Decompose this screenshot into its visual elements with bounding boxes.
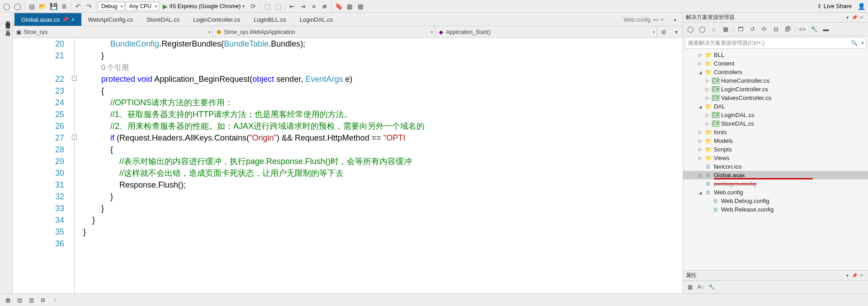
close-icon[interactable]: × <box>858 15 865 20</box>
tree-arrow-icon[interactable] <box>705 87 710 92</box>
config-dropdown[interactable]: Debug <box>98 2 125 11</box>
tree-node[interactable]: C#ValuesController.cs <box>683 94 868 102</box>
code-content[interactable]: BundleConfig.RegisterBundles(BundleTable… <box>83 38 683 293</box>
sync-icon[interactable]: ▦ <box>720 24 731 35</box>
code-line[interactable]: //2、用来检查服务器的性能。如：AJAX进行跨域请求时的预检，需要向另外一个域… <box>83 120 683 132</box>
tree-node[interactable]: 📁BLL <box>683 51 868 59</box>
toolbox-tab[interactable]: 工具箱 <box>0 24 12 31</box>
tree-arrow-icon[interactable] <box>698 61 703 66</box>
tree-node[interactable]: 🗎Web.Release.config <box>683 205 868 214</box>
tree-arrow-icon[interactable] <box>705 113 710 118</box>
comment-icon[interactable]: ≡ <box>309 1 319 11</box>
tool-icon[interactable]: ⬚ <box>273 1 283 11</box>
save-all-icon[interactable]: 🗎 <box>59 1 69 11</box>
tree-node[interactable]: 📁Scripts <box>683 145 868 154</box>
nav-back-icon[interactable]: ◯ <box>2 1 12 11</box>
bookmark-icon[interactable]: 🔖 <box>334 1 344 11</box>
tree-node[interactable]: 📁Content <box>683 59 868 68</box>
tree-arrow-icon[interactable] <box>698 130 703 135</box>
tree-arrow-icon[interactable] <box>698 190 703 195</box>
wrench-icon[interactable]: 🔧 <box>809 24 820 35</box>
panel-dropdown-icon[interactable]: ▾ <box>844 15 851 20</box>
tree-node[interactable]: C#StoreDAL.cs <box>683 119 868 128</box>
document-tab[interactable]: LoginController.cs <box>186 13 247 26</box>
tree-node[interactable]: 📁DAL <box>683 102 868 111</box>
code-line[interactable]: //表示对输出的内容进行缓冲，执行page.Response.Flush()时，… <box>83 155 683 167</box>
save-icon[interactable]: 💾 <box>48 1 58 11</box>
refresh-icon[interactable]: ⟳ <box>759 24 769 35</box>
indent-icon[interactable]: ⇤ <box>287 1 297 11</box>
run-button[interactable]: ▶ IIS Express (Google Chrome) ▾ <box>160 1 247 11</box>
code-line[interactable]: protected void Application_BeginRequest(… <box>83 73 683 85</box>
tree-node[interactable]: 📁Controllers <box>683 68 868 76</box>
class-combo[interactable]: ⬢ Stroe_sys.WebApiApplication <box>213 26 435 38</box>
tabs-dropdown-icon[interactable]: ▾ <box>670 15 680 25</box>
tree-arrow-icon[interactable] <box>698 173 703 178</box>
prop-icon[interactable]: 🔧 <box>707 282 717 292</box>
show-all-icon[interactable]: ↺ <box>747 24 758 35</box>
tree-arrow-icon[interactable] <box>698 70 703 75</box>
collapse-toggle-icon[interactable]: − <box>72 135 77 140</box>
properties-icon[interactable]: <> <box>797 24 808 35</box>
nav-fwd-icon[interactable]: ◯ <box>13 1 23 11</box>
uncomment-icon[interactable]: ≢ <box>320 1 330 11</box>
document-tab[interactable]: WebApiConfig.cs <box>81 13 140 26</box>
overflow-tab[interactable]: Web.config ⊷ × <box>619 14 668 26</box>
status-icon[interactable]: ⊞ <box>38 295 48 305</box>
tree-arrow-icon[interactable] <box>698 138 703 143</box>
preview-icon[interactable]: ▬ <box>821 24 831 35</box>
tree-node[interactable]: 🗎favicon.ico <box>683 162 868 171</box>
solution-tree[interactable]: 📁BLL📁Content📁ControllersC#HomeController… <box>683 50 868 270</box>
code-line[interactable]: //1、获取服务器支持的HTTP请求方法；也是黑客经常使用的方法。 <box>83 108 683 120</box>
tree-node[interactable]: C#LoginController.cs <box>683 85 868 94</box>
pin-icon[interactable]: ⊷ <box>653 17 659 23</box>
tree-arrow-icon[interactable] <box>698 52 703 57</box>
browser-refresh-icon[interactable]: ⟳ <box>248 1 258 11</box>
status-icon[interactable]: ↕ <box>50 295 60 305</box>
code-line[interactable]: Response.Flush(); <box>83 179 683 191</box>
tree-node[interactable]: 🗎Web.Debug.config <box>683 197 868 205</box>
code-line[interactable]: //OPTIONS请求方法的主要作用： <box>83 97 683 108</box>
collapse-all-icon[interactable]: ⊟ <box>770 24 781 35</box>
user-icon[interactable]: 👤 <box>856 1 866 11</box>
solution-search-input[interactable]: 搜索解决方案资源管理器(Ctrl+;) 🔍 ▾ <box>685 37 866 49</box>
code-line[interactable]: } <box>83 202 683 214</box>
code-editor[interactable]: 2021222324252627282930313233343536 − − B… <box>13 38 683 293</box>
tree-arrow-icon[interactable] <box>705 121 710 126</box>
pin-icon[interactable]: 📌 <box>851 15 858 20</box>
redo-icon[interactable]: ↷ <box>84 1 94 11</box>
copy-icon[interactable]: 🗐 <box>782 24 793 35</box>
close-icon[interactable]: × <box>660 17 664 23</box>
open-icon[interactable]: 📂 <box>38 1 47 11</box>
code-line[interactable]: } <box>83 226 683 238</box>
tree-node[interactable]: 📁Views <box>683 154 868 162</box>
code-line[interactable]: BundleConfig.RegisterBundles(BundleTable… <box>83 38 683 50</box>
properties-title-bar[interactable]: 属性 ▾ 📌 × <box>683 271 868 281</box>
code-line[interactable]: { <box>83 144 683 155</box>
code-line[interactable]: //这样就不会出错，造成页面卡死状态，让用户无限制的等下去 <box>83 167 683 179</box>
alpha-sort-icon[interactable]: A↓ <box>696 282 706 292</box>
platform-dropdown[interactable]: Any CPU <box>126 2 159 11</box>
close-icon[interactable]: × <box>858 273 865 278</box>
tree-arrow-icon[interactable] <box>698 155 703 160</box>
tree-arrow-icon[interactable] <box>705 95 710 100</box>
collapse-toggle-icon[interactable]: − <box>72 76 77 81</box>
tree-node[interactable]: 📁Models <box>683 137 868 145</box>
server-explorer-tab[interactable]: 服务器资源管理器 <box>0 14 12 24</box>
new-project-icon[interactable]: ▤ <box>27 1 37 11</box>
document-tab[interactable]: StoreDAL.cs <box>140 13 186 26</box>
tree-node[interactable]: 🗎Web.config <box>683 188 868 197</box>
close-icon[interactable]: × <box>71 17 74 22</box>
categorize-icon[interactable]: ▦ <box>685 282 695 292</box>
split-view-icon[interactable]: ⊞ <box>657 26 670 38</box>
live-share-button[interactable]: ⇪ Live Share <box>813 3 855 9</box>
tree-arrow-icon[interactable] <box>698 104 703 109</box>
bookmark-icon[interactable]: ▦ <box>355 1 365 11</box>
code-line[interactable]: { <box>83 85 683 97</box>
panel-dropdown-icon[interactable]: ▾ <box>844 273 851 278</box>
tree-node[interactable]: 🗎Global.asax <box>683 171 868 179</box>
forward-icon[interactable]: ◯ <box>697 24 708 35</box>
status-icon[interactable]: ▤ <box>14 295 24 305</box>
status-icon[interactable]: ▥ <box>26 295 36 305</box>
code-line[interactable]: } <box>83 214 683 226</box>
